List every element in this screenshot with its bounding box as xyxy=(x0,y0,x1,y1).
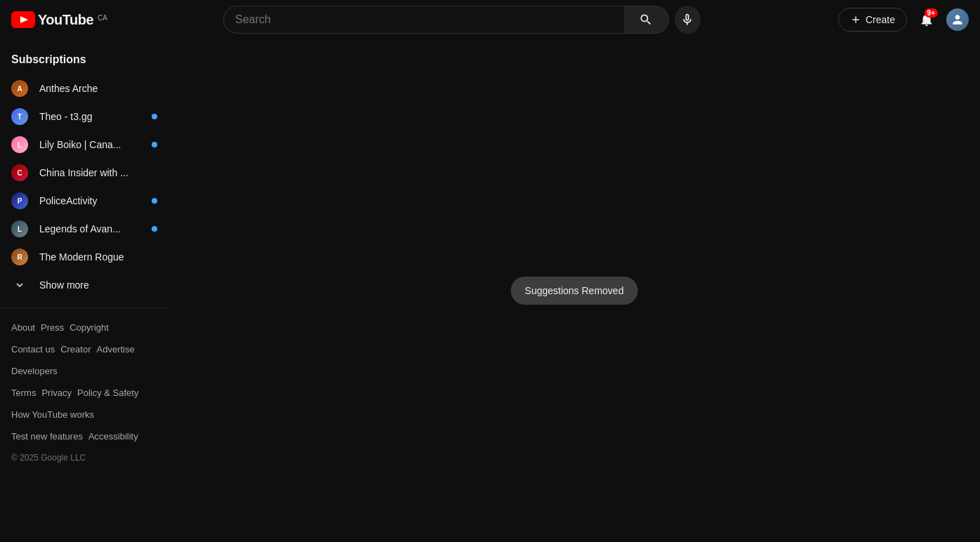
legends-unread-dot xyxy=(152,226,157,232)
china-avatar: C xyxy=(11,164,28,181)
country-label: CA xyxy=(98,14,107,22)
footer-policy[interactable]: Policy & Safety xyxy=(77,388,138,398)
police-avatar: P xyxy=(11,192,28,209)
logo-area[interactable]: YouTube CA xyxy=(11,11,152,28)
footer-terms[interactable]: Terms xyxy=(11,388,36,398)
show-more-label: Show more xyxy=(39,279,89,291)
subscription-list: AAnthes ArcheTTheo - t3.ggLLily Boiko | … xyxy=(0,74,168,271)
footer-links-3: Developers xyxy=(0,360,168,382)
search-input[interactable] xyxy=(223,6,624,34)
search-area xyxy=(223,6,701,34)
footer-press[interactable]: Press xyxy=(41,322,64,333)
subscriptions-title: Subscriptions xyxy=(0,48,168,74)
footer-accessibility[interactable]: Accessibility xyxy=(88,431,138,442)
footer-creator[interactable]: Creator xyxy=(60,344,91,355)
sidebar: Subscriptions AAnthes ArcheTTheo - t3.gg… xyxy=(0,39,168,542)
china-channel-name: China Insider with ... xyxy=(39,167,157,178)
rogue-channel-name: The Modern Rogue xyxy=(39,251,157,263)
footer-links-2: Contact us Creator Advertise xyxy=(0,338,168,360)
legends-avatar: L xyxy=(11,220,28,237)
footer-how-yt-works[interactable]: How YouTube works xyxy=(11,409,94,420)
search-icon xyxy=(639,13,653,27)
footer-test-features[interactable]: Test new features xyxy=(11,431,83,442)
anthes-avatar: A xyxy=(11,80,28,97)
youtube-logo: YouTube CA xyxy=(11,11,107,28)
sidebar-item-police[interactable]: PPoliceActivity xyxy=(3,187,166,215)
theo-unread-dot xyxy=(152,114,157,119)
sidebar-item-anthes[interactable]: AAnthes Arche xyxy=(3,74,166,103)
footer-links-5: How YouTube works xyxy=(0,404,168,425)
create-label: Create xyxy=(866,14,895,25)
notification-badge: 9+ xyxy=(925,8,938,18)
header-right: Create 9+ xyxy=(838,6,969,34)
legends-channel-name: Legends of Avan... xyxy=(39,223,140,234)
voice-search-button[interactable] xyxy=(675,6,701,34)
header: YouTube CA Create xyxy=(0,0,980,39)
footer-advertise[interactable]: Advertise xyxy=(97,344,135,355)
footer-copyright-text: © 2025 Google LLC xyxy=(0,447,168,468)
sidebar-item-lily[interactable]: LLily Boiko | Cana... xyxy=(3,131,166,159)
police-channel-name: PoliceActivity xyxy=(39,195,140,206)
plus-icon xyxy=(850,14,861,25)
show-more-button[interactable]: Show more xyxy=(3,271,166,299)
search-button[interactable] xyxy=(624,6,669,34)
suggestions-removed-toast: Suggestions Removed xyxy=(511,277,638,305)
sidebar-divider xyxy=(0,308,168,308)
chevron-down-icon xyxy=(11,277,28,293)
mic-icon xyxy=(680,13,694,27)
notifications-button[interactable]: 9+ xyxy=(913,6,941,34)
anthes-channel-name: Anthes Arche xyxy=(39,83,157,94)
sidebar-item-legends[interactable]: LLegends of Avan... xyxy=(3,215,166,243)
user-icon xyxy=(951,13,965,27)
footer-privacy[interactable]: Privacy xyxy=(41,388,72,398)
footer-contact[interactable]: Contact us xyxy=(11,344,55,355)
footer-links: About Press Copyright xyxy=(0,317,168,338)
lily-avatar: L xyxy=(11,136,28,153)
wordmark: YouTube xyxy=(38,12,93,28)
rogue-avatar: R xyxy=(11,249,28,265)
layout: Subscriptions AAnthes ArcheTTheo - t3.gg… xyxy=(0,39,980,542)
sidebar-item-theo[interactable]: TTheo - t3.gg xyxy=(3,103,166,131)
theo-channel-name: Theo - t3.gg xyxy=(39,111,140,122)
footer-developers[interactable]: Developers xyxy=(11,366,58,376)
youtube-icon xyxy=(11,11,35,28)
main-content: Suggestions Removed xyxy=(168,39,980,542)
sidebar-item-china[interactable]: CChina Insider with ... xyxy=(3,159,166,187)
footer-links-6: Test new features Accessibility xyxy=(0,425,168,447)
create-button[interactable]: Create xyxy=(838,8,907,32)
theo-avatar: T xyxy=(11,108,28,125)
lily-channel-name: Lily Boiko | Cana... xyxy=(39,139,140,150)
footer-about[interactable]: About xyxy=(11,322,35,333)
footer-links-4: Terms Privacy Policy & Safety xyxy=(0,382,168,404)
footer-copyright[interactable]: Copyright xyxy=(69,322,109,333)
lily-unread-dot xyxy=(152,142,157,147)
search-form xyxy=(223,6,669,34)
account-avatar[interactable] xyxy=(946,8,969,31)
sidebar-item-rogue[interactable]: RThe Modern Rogue xyxy=(3,243,166,271)
police-unread-dot xyxy=(152,198,157,204)
